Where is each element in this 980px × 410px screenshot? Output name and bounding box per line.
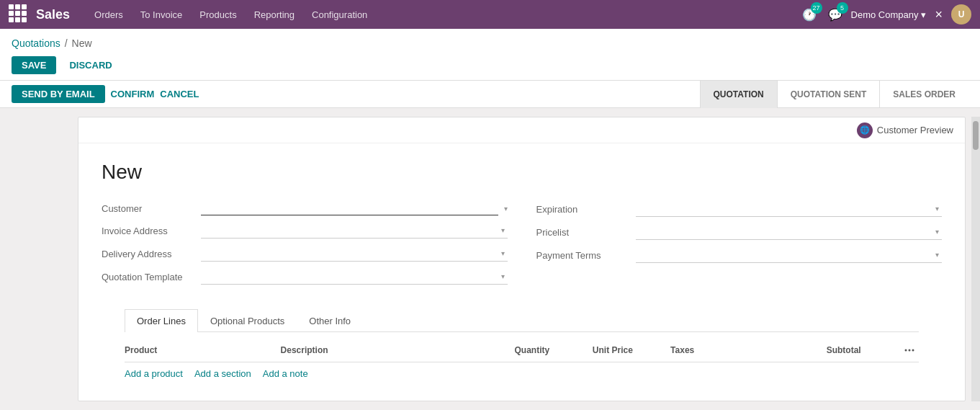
send-email-button[interactable]: SEND BY EMAIL <box>12 85 105 103</box>
save-button[interactable]: SAVE <box>12 56 56 74</box>
form-title: New <box>102 161 942 184</box>
expiration-select[interactable]: ▾ <box>636 201 943 217</box>
quotation-template-arrow-icon: ▾ <box>501 272 505 280</box>
quotation-template-label: Quotation Template <box>102 272 195 282</box>
invoice-address-label: Invoice Address <box>102 226 195 236</box>
avatar[interactable]: U <box>951 4 971 24</box>
customer-preview-label: Customer Preview <box>877 125 953 135</box>
action-status-bar: SEND BY EMAIL CONFIRM CANCEL QUOTATION Q… <box>0 81 980 108</box>
scrollbar[interactable] <box>971 117 980 401</box>
step-quotation[interactable]: QUOTATION <box>700 81 777 108</box>
left-spacer <box>0 117 72 401</box>
svg-point-2 <box>912 349 914 352</box>
clock-badge-button[interactable]: 🕐 27 <box>799 5 819 24</box>
payment-terms-select[interactable]: ▾ <box>636 247 943 263</box>
form-body: New Customer ▾ Invoice Address <box>78 143 965 405</box>
nav-products[interactable]: Products <box>192 5 243 24</box>
topnav-right: 🕐 27 💬 5 Demo Company ▾ × U <box>799 4 971 25</box>
customer-field-row: Customer ▾ <box>102 201 508 215</box>
add-section-link[interactable]: Add a section <box>194 368 251 379</box>
pricelist-select[interactable]: ▾ <box>636 224 943 240</box>
tab-other-info[interactable]: Other Info <box>297 309 363 332</box>
clock-count: 27 <box>811 2 822 14</box>
content-area: 🌐 Customer Preview New Customer ▾ <box>0 108 980 410</box>
breadcrumb: Quotations / New <box>12 35 968 53</box>
payment-terms-field-row: Payment Terms ▾ <box>536 247 943 263</box>
page-header: Quotations / New SAVE DISCARD <box>0 29 980 81</box>
tab-order-lines[interactable]: Order Lines <box>125 309 198 332</box>
col-unit-price: Unit Price <box>593 345 670 357</box>
table-header: Product Description Quantity Unit Price … <box>125 341 919 362</box>
page-wrapper: Sales Orders To Invoice Products Reporti… <box>0 0 980 410</box>
form-fields: Customer ▾ Invoice Address ▾ <box>102 201 942 292</box>
breadcrumb-current: New <box>72 37 92 49</box>
scrollbar-thumb[interactable] <box>973 121 979 150</box>
message-count: 5 <box>837 2 848 14</box>
company-name: Demo Company <box>851 9 919 20</box>
company-selector[interactable]: Demo Company ▾ <box>851 9 927 20</box>
form-top-bar: 🌐 Customer Preview <box>78 117 965 143</box>
tabs-bar: Order Lines Optional Products Other Info <box>125 309 919 332</box>
expiration-arrow-icon: ▾ <box>935 205 939 213</box>
invoice-address-select[interactable]: ▾ <box>201 223 508 239</box>
nav-to-invoice[interactable]: To Invoice <box>133 5 190 24</box>
customer-input[interactable] <box>201 201 498 215</box>
invoice-address-arrow-icon: ▾ <box>501 226 505 234</box>
step-sales-order[interactable]: SALES ORDER <box>879 81 968 108</box>
close-button[interactable]: × <box>932 4 945 25</box>
col-product: Product <box>125 345 281 357</box>
add-product-link[interactable]: Add a product <box>125 368 183 379</box>
col-actions <box>904 345 919 357</box>
brand-logo: Sales <box>36 7 70 22</box>
toolbar: SAVE DISCARD <box>12 53 968 80</box>
delivery-address-select[interactable]: ▾ <box>201 246 508 262</box>
table-section: Product Description Quantity Unit Price … <box>102 332 942 393</box>
expiration-label: Expiration <box>536 204 630 215</box>
add-note-link[interactable]: Add a note <box>263 368 308 379</box>
breadcrumb-parent[interactable]: Quotations <box>12 37 60 49</box>
delivery-address-label: Delivery Address <box>102 249 195 259</box>
invoice-address-field-row: Invoice Address ▾ <box>102 223 508 239</box>
customer-dropdown-icon: ▾ <box>504 205 508 213</box>
breadcrumb-separator: / <box>65 37 68 49</box>
message-badge-button[interactable]: 💬 5 <box>825 5 845 24</box>
form-container: 🌐 Customer Preview New Customer ▾ <box>78 117 966 401</box>
confirm-button[interactable]: CONFIRM <box>111 89 155 99</box>
svg-point-0 <box>905 349 907 352</box>
nav-orders[interactable]: Orders <box>87 5 130 24</box>
quotation-template-field-row: Quotation Template ▾ <box>102 269 508 285</box>
pricelist-field-row: Pricelist ▾ <box>536 224 943 240</box>
status-steps: QUOTATION QUOTATION SENT SALES ORDER <box>700 81 968 108</box>
table-add-row: Add a product Add a section Add a note <box>125 362 919 385</box>
company-dropdown-icon: ▾ <box>921 9 926 20</box>
payment-terms-arrow-icon: ▾ <box>935 251 939 259</box>
expiration-field-row: Expiration ▾ <box>536 201 943 217</box>
customer-preview-button[interactable]: 🌐 Customer Preview <box>857 122 953 138</box>
top-navigation: Sales Orders To Invoice Products Reporti… <box>0 0 980 29</box>
pricelist-label: Pricelist <box>536 227 630 238</box>
svg-point-1 <box>909 349 911 352</box>
discard-button[interactable]: DISCARD <box>62 56 119 74</box>
payment-terms-label: Payment Terms <box>536 250 630 261</box>
col-taxes: Taxes <box>670 345 827 357</box>
col-quantity: Quantity <box>515 345 593 357</box>
customer-label: Customer <box>102 203 195 214</box>
col-subtotal: Subtotal <box>827 345 904 357</box>
globe-icon: 🌐 <box>857 122 873 138</box>
delivery-address-field-row: Delivery Address ▾ <box>102 246 508 262</box>
nav-configuration[interactable]: Configuration <box>305 5 374 24</box>
tab-optional-products[interactable]: Optional Products <box>198 309 297 332</box>
cancel-button[interactable]: CANCEL <box>160 89 199 99</box>
apps-icon[interactable] <box>9 4 29 24</box>
left-fields: Customer ▾ Invoice Address ▾ <box>102 201 508 292</box>
step-quotation-sent[interactable]: QUOTATION SENT <box>777 81 880 108</box>
top-menu: Orders To Invoice Products Reporting Con… <box>87 5 799 24</box>
close-icon: × <box>935 7 943 22</box>
nav-reporting[interactable]: Reporting <box>247 5 302 24</box>
pricelist-arrow-icon: ▾ <box>935 228 939 236</box>
quotation-template-select[interactable]: ▾ <box>201 269 508 285</box>
delivery-address-arrow-icon: ▾ <box>501 249 505 257</box>
col-description: Description <box>281 345 515 357</box>
right-fields: Expiration ▾ Pricelist ▾ <box>536 201 943 292</box>
